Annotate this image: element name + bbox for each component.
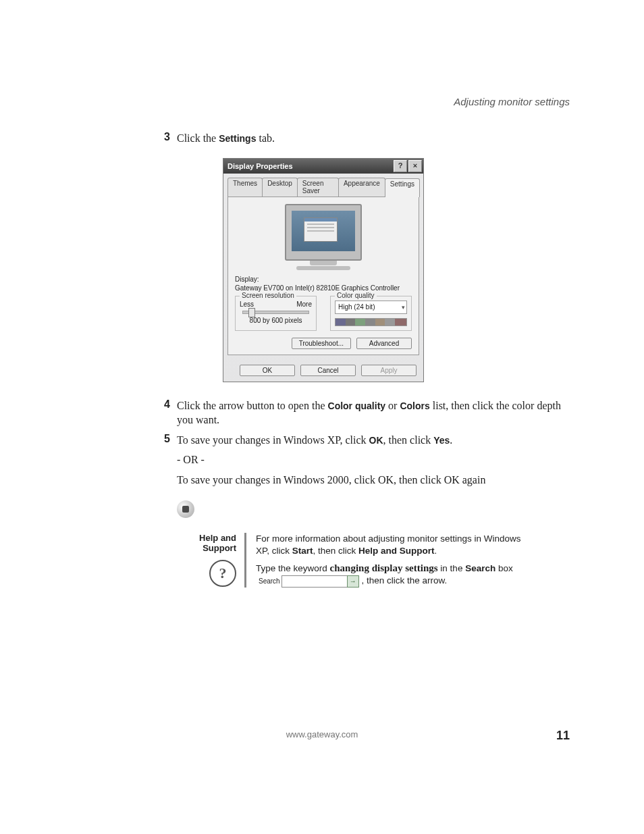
text: Click the arrow button to open the: [177, 400, 328, 411]
dialog-footer-buttons: OK Cancel Apply: [223, 359, 423, 382]
screenshot-display-properties: Display Properties ? × Themes Desktop Sc…: [223, 158, 423, 382]
dialog-window: Display Properties ? × Themes Desktop Sc…: [223, 158, 424, 382]
text-bold: Colors: [400, 400, 429, 411]
text-bold: OK: [444, 474, 460, 486]
step-5-alt: To save your changes in Windows 2000, cl…: [177, 473, 570, 488]
text-bold: Help and Support: [358, 546, 435, 556]
tab-appearance[interactable]: Appearance: [338, 178, 385, 197]
apply-button[interactable]: Apply: [361, 365, 417, 376]
text: .: [450, 434, 452, 446]
end-of-steps-icon: [177, 500, 194, 518]
display-label: Display:: [235, 276, 412, 283]
close-button[interactable]: ×: [408, 160, 422, 172]
step-text: Click the arrow button to open the Color…: [177, 398, 570, 427]
text: , then click: [313, 546, 359, 556]
step-text: To save your changes in Windows XP, clic…: [177, 433, 452, 448]
cancel-button[interactable]: Cancel: [300, 365, 356, 376]
text: , then click the arrow.: [359, 575, 448, 585]
color-quality-group: Color quality High (24 bit) ▾: [330, 296, 412, 331]
text-bold: Color quality: [328, 400, 386, 411]
help-body-text: For more information about adjusting mon…: [256, 533, 526, 588]
text: box: [495, 563, 513, 573]
text: Click the: [177, 132, 219, 144]
chevron-down-icon: ▾: [402, 304, 405, 311]
tab-screensaver[interactable]: Screen Saver: [297, 178, 339, 197]
text: Type the keyword: [256, 563, 330, 573]
text: tab.: [256, 132, 275, 144]
step-number: 3: [155, 131, 170, 146]
text-bold: OK: [378, 474, 394, 486]
text-bold: Start: [292, 546, 313, 556]
vertical-divider: [244, 533, 246, 588]
step-3: 3 Click the Settings tab.: [155, 131, 570, 146]
help-heading-column: Help and Support ?: [177, 533, 244, 588]
resolution-slider[interactable]: [242, 311, 309, 314]
text: , then click: [383, 434, 434, 446]
footer-url: www.gateway.com: [0, 729, 644, 739]
color-quality-select[interactable]: High (24 bit) ▾: [335, 301, 407, 314]
slider-less-label: Less: [240, 301, 254, 308]
arrow-right-icon[interactable]: →: [347, 575, 359, 588]
text: or: [385, 400, 400, 411]
step-text: Click the Settings tab.: [177, 131, 275, 146]
text: again: [460, 474, 486, 486]
dialog-body: Display: Gateway EV700 on Intel(r) 82810…: [227, 197, 419, 355]
text: To save your changes in Windows 2000, cl…: [177, 474, 378, 486]
text-bold: Search: [465, 563, 495, 573]
or-separator: - OR -: [177, 454, 570, 466]
running-header: Adjusting monitor settings: [454, 96, 570, 107]
text: .: [435, 546, 437, 556]
help-and-support-block: Help and Support ? For more information …: [177, 533, 570, 588]
text-bold: Yes: [433, 435, 450, 446]
keyword-text: changing display settings: [330, 563, 438, 573]
dialog-titlebar: Display Properties ? ×: [223, 159, 423, 174]
slider-thumb[interactable]: [248, 308, 255, 317]
document-page: Adjusting monitor settings 3 Click the S…: [0, 0, 644, 834]
help-heading-line2: Support: [177, 543, 236, 553]
resolution-value: 800 by 600 pixels: [240, 317, 312, 324]
page-number: 11: [556, 729, 570, 743]
step-number: 5: [155, 433, 170, 448]
tab-desktop[interactable]: Desktop: [262, 178, 298, 197]
text-bold: Settings: [219, 133, 256, 144]
help-button[interactable]: ?: [394, 160, 407, 172]
advanced-button[interactable]: Advanced: [356, 338, 412, 349]
screen-resolution-legend: Screen resolution: [240, 292, 296, 299]
display-value: Gateway EV700 on Intel(r) 82810E Graphic…: [235, 284, 412, 292]
monitor-illustration: [279, 204, 367, 270]
search-label: Search: [259, 577, 280, 585]
dialog-title-text: Display Properties: [227, 162, 293, 170]
text-bold: OK: [369, 435, 383, 446]
step-4: 4 Click the arrow button to open the Col…: [155, 398, 570, 427]
text: , then click: [394, 474, 444, 486]
text: To save your changes in Windows XP, clic…: [177, 434, 369, 446]
color-quality-value: High (24 bit): [338, 303, 375, 311]
step-number: 4: [155, 398, 170, 427]
step-5: 5 To save your changes in Windows XP, cl…: [155, 433, 570, 448]
color-preview-bar: [335, 318, 407, 326]
troubleshoot-button[interactable]: Troubleshoot...: [292, 338, 351, 349]
tab-settings[interactable]: Settings: [385, 178, 420, 197]
text: in the: [438, 563, 466, 573]
ok-button[interactable]: OK: [240, 365, 295, 376]
help-heading-line1: Help and: [177, 533, 236, 543]
slider-more-label: More: [296, 301, 312, 308]
question-mark-icon: ?: [209, 560, 236, 587]
screen-resolution-group: Screen resolution Less More 800 by 600 p…: [235, 296, 317, 331]
dialog-tabs: Themes Desktop Screen Saver Appearance S…: [227, 178, 419, 197]
color-quality-legend: Color quality: [335, 292, 377, 299]
tab-themes[interactable]: Themes: [227, 178, 263, 197]
search-input[interactable]: [281, 575, 348, 588]
